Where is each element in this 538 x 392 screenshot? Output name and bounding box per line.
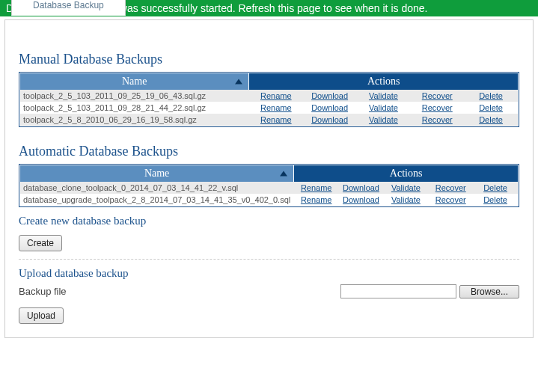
download-link[interactable]: Download bbox=[311, 91, 348, 100]
upload-backup-title: Upload database backup bbox=[19, 267, 519, 280]
backup-filename: database_upgrade_toolpack_2_8_2014_07_03… bbox=[20, 194, 294, 206]
create-button[interactable]: Create bbox=[19, 235, 62, 251]
auto-backups-table: Name Actions database_clone_toolpack_0_2… bbox=[19, 164, 519, 207]
col-name-label: Name bbox=[122, 76, 147, 87]
validate-link[interactable]: Validate bbox=[391, 195, 421, 204]
tab-label: Database Backup bbox=[33, 0, 104, 10]
delete-link[interactable]: Delete bbox=[479, 103, 503, 112]
manual-backups-title: Manual Database Backups bbox=[19, 52, 519, 67]
browse-button[interactable]: Browse... bbox=[459, 285, 519, 298]
rename-link[interactable]: Rename bbox=[301, 195, 332, 204]
manual-col-name[interactable]: Name bbox=[20, 73, 249, 90]
validate-link[interactable]: Validate bbox=[369, 103, 398, 112]
rename-link[interactable]: Rename bbox=[260, 91, 292, 100]
validate-link[interactable]: Validate bbox=[369, 115, 398, 124]
tab-database-backup[interactable]: Database Backup bbox=[11, 0, 126, 16]
auto-backups-title: Automatic Database Backups bbox=[19, 144, 519, 159]
sort-asc-icon bbox=[235, 79, 242, 85]
download-link[interactable]: Download bbox=[343, 195, 379, 204]
backup-file-label: Backup file bbox=[19, 286, 67, 297]
sort-asc-icon bbox=[280, 171, 287, 177]
recover-link[interactable]: Recover bbox=[435, 183, 466, 192]
divider bbox=[19, 259, 519, 260]
backup-filename: toolpack_2_5_8_2010_06_29_16_19_58.sql.g… bbox=[20, 114, 249, 126]
delete-link[interactable]: Delete bbox=[483, 195, 507, 204]
recover-link[interactable]: Recover bbox=[422, 103, 453, 112]
auto-col-actions: Actions bbox=[294, 165, 518, 182]
backup-filename: toolpack_2_5_103_2011_09_28_21_44_22.sql… bbox=[20, 102, 249, 114]
table-row: toolpack_2_5_8_2010_06_29_16_19_58.sql.g… bbox=[20, 114, 518, 126]
delete-link[interactable]: Delete bbox=[479, 91, 503, 100]
table-row: toolpack_2_5_103_2011_09_28_21_44_22.sql… bbox=[20, 102, 518, 114]
upload-button[interactable]: Upload bbox=[19, 307, 64, 324]
page-panel: Database Backup Manual Database Backups … bbox=[4, 19, 534, 338]
rename-link[interactable]: Rename bbox=[260, 115, 292, 124]
col-name-label: Name bbox=[144, 168, 169, 179]
delete-link[interactable]: Delete bbox=[483, 183, 507, 192]
create-backup-title: Create new database backup bbox=[19, 215, 519, 227]
table-row: database_upgrade_toolpack_2_8_2014_07_03… bbox=[20, 194, 518, 206]
recover-link[interactable]: Recover bbox=[422, 91, 453, 100]
manual-col-actions: Actions bbox=[249, 73, 518, 90]
recover-link[interactable]: Recover bbox=[422, 115, 453, 124]
validate-link[interactable]: Validate bbox=[369, 91, 398, 100]
download-link[interactable]: Download bbox=[343, 183, 379, 192]
recover-link[interactable]: Recover bbox=[435, 195, 466, 204]
backup-file-input[interactable] bbox=[340, 284, 456, 298]
auto-col-name[interactable]: Name bbox=[20, 165, 294, 182]
validate-link[interactable]: Validate bbox=[391, 183, 421, 192]
delete-link[interactable]: Delete bbox=[479, 115, 503, 124]
download-link[interactable]: Download bbox=[311, 115, 348, 124]
rename-link[interactable]: Rename bbox=[260, 103, 292, 112]
backup-filename: database_clone_toolpack_0_2014_07_03_14_… bbox=[20, 182, 294, 194]
backup-filename: toolpack_2_5_103_2011_09_25_19_06_43.sql… bbox=[20, 90, 249, 102]
table-row: toolpack_2_5_103_2011_09_25_19_06_43.sql… bbox=[20, 90, 518, 102]
table-row: database_clone_toolpack_0_2014_07_03_14_… bbox=[20, 182, 518, 194]
download-link[interactable]: Download bbox=[311, 103, 348, 112]
manual-backups-table: Name Actions toolpack_2_5_103_2011_09_25… bbox=[19, 72, 519, 127]
rename-link[interactable]: Rename bbox=[301, 183, 332, 192]
